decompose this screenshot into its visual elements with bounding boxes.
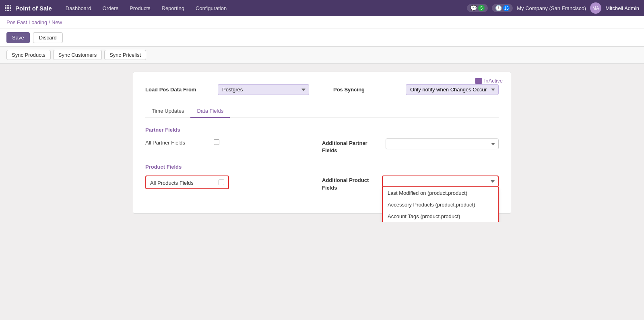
additional-product-select[interactable] xyxy=(382,175,499,187)
tabs-row: Time Updates Data Fields xyxy=(145,105,499,118)
additional-partner-label: Additional Partner Fields xyxy=(322,138,382,154)
additional-partner-right: Additional Partner Fields xyxy=(322,138,499,154)
dropdown-item-0[interactable]: Last Modified on (product.product) xyxy=(383,187,498,199)
company-name: My Company (San Francisco) xyxy=(517,5,586,11)
notifications-button[interactable]: 💬 5 xyxy=(467,4,488,12)
user-name: Mitchell Admin xyxy=(605,5,639,11)
activities-button[interactable]: 🕐 16 xyxy=(492,4,513,12)
all-products-highlighted: All Products Fields xyxy=(145,175,229,189)
additional-partner-select[interactable] xyxy=(386,138,499,149)
menu-configuration[interactable]: Configuration xyxy=(190,0,232,16)
app-grid-icon[interactable] xyxy=(5,5,11,11)
menu-orders[interactable]: Orders xyxy=(97,0,124,16)
main-content: InActive Load Pos Data From Postgres Pos… xyxy=(0,64,644,222)
product-fields-row: All Products Fields Additional Product F… xyxy=(145,175,499,191)
additional-product-right: Additional Product Fields Last Modified … xyxy=(322,175,499,191)
avatar[interactable]: MA xyxy=(590,2,601,14)
load-pos-select[interactable]: Postgres xyxy=(218,84,309,95)
top-navigation: Point of Sale Dashboard Orders Products … xyxy=(0,0,644,16)
sync-bar: Sync Products Sync Customers Sync Pricel… xyxy=(0,47,644,64)
dropdown-item-2[interactable]: Account Tags (product.product) xyxy=(383,211,498,221)
breadcrumb-parent[interactable]: Pos Fast Loading xyxy=(6,19,47,25)
tab-data-fields[interactable]: Data Fields xyxy=(190,105,230,118)
pos-syncing-select[interactable]: Only notify when Changes Occur xyxy=(406,84,499,95)
all-partner-label: All Partner Fields xyxy=(145,138,210,146)
notifications-badge: 5 xyxy=(478,5,485,11)
save-button[interactable]: Save xyxy=(6,32,30,43)
partner-fields-title: Partner Fields xyxy=(145,127,499,133)
product-fields-section: Product Fields All Products Fields Addit… xyxy=(145,164,499,191)
partner-fields-row: All Partner Fields Additional Partner Fi… xyxy=(145,138,499,154)
pos-syncing-label: Pos Syncing xyxy=(333,87,398,93)
product-fields-title: Product Fields xyxy=(145,164,499,170)
all-partner-left: All Partner Fields xyxy=(145,138,322,146)
discard-button[interactable]: Discard xyxy=(33,32,63,43)
additional-product-label: Additional Product Fields xyxy=(322,175,378,191)
all-products-left: All Products Fields xyxy=(145,175,322,189)
inactive-badge[interactable]: InActive xyxy=(475,78,503,84)
tab-time-updates[interactable]: Time Updates xyxy=(145,105,190,118)
breadcrumb: Pos Fast Loading / New xyxy=(0,16,644,29)
top-menu: Dashboard Orders Products Reporting Conf… xyxy=(60,0,467,16)
sync-pricelist-button[interactable]: Sync Pricelist xyxy=(104,50,146,60)
inactive-label: InActive xyxy=(484,78,503,84)
menu-products[interactable]: Products xyxy=(124,0,156,16)
top-right-area: 💬 5 🕐 16 My Company (San Francisco) MA M… xyxy=(467,2,639,14)
activities-badge: 16 xyxy=(503,5,510,11)
sync-products-button[interactable]: Sync Products xyxy=(6,50,51,60)
breadcrumb-current: New xyxy=(52,19,62,25)
dropdown-item-1[interactable]: Accessory Products (product.product) xyxy=(383,199,498,211)
app-brand[interactable]: Point of Sale xyxy=(15,5,52,12)
additional-product-dropdown-container: Last Modified on (product.product) Acces… xyxy=(382,175,499,187)
config-row: Load Pos Data From Postgres Pos Syncing … xyxy=(145,84,499,95)
partner-fields-section: Partner Fields All Partner Fields Additi… xyxy=(145,127,499,154)
form-card: InActive Load Pos Data From Postgres Pos… xyxy=(133,72,511,214)
sync-customers-button[interactable]: Sync Customers xyxy=(53,50,102,60)
dropdown-menu: Last Modified on (product.product) Acces… xyxy=(382,187,499,221)
inactive-icon xyxy=(475,78,482,84)
all-products-checkbox[interactable] xyxy=(219,180,224,185)
load-pos-label: Load Pos Data From xyxy=(145,87,210,93)
menu-dashboard[interactable]: Dashboard xyxy=(60,0,97,16)
all-products-label: All Products Fields xyxy=(150,179,215,186)
action-bar: Save Discard xyxy=(0,29,644,47)
all-partner-checkbox[interactable] xyxy=(214,139,219,145)
menu-reporting[interactable]: Reporting xyxy=(156,0,190,16)
